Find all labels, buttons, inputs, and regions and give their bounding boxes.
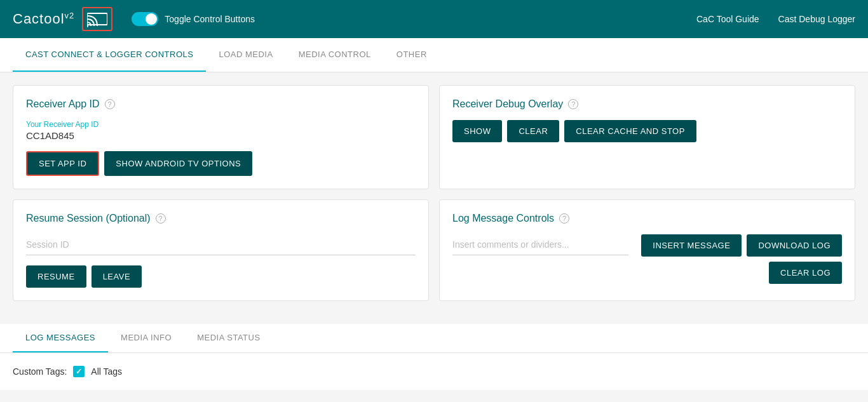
main-content: Receiver App ID ? Your Receiver App ID C… [0,72,868,324]
tab-media-status[interactable]: MEDIA STATUS [184,324,273,352]
all-tags-checkbox[interactable] [73,366,85,377]
log-message-help-icon[interactable]: ? [559,213,569,224]
tab-media-info[interactable]: MEDIA INFO [108,324,184,352]
set-app-id-button[interactable]: SET APP ID [26,151,99,176]
receiver-debug-help-icon[interactable]: ? [568,99,578,109]
app-id-sub-label: Your Receiver App ID [26,120,416,129]
toggle-section: Toggle Control Buttons [132,12,255,26]
tab-load-media[interactable]: LOAD MEDIA [206,38,285,72]
leave-button[interactable]: LEAVE [92,265,142,288]
cast-icon-box[interactable] [82,7,112,31]
custom-tags-row: Custom Tags: All Tags [13,366,855,377]
header-nav: CaC Tool Guide Cast Debug Logger [696,14,855,24]
log-input-section [452,234,628,265]
tab-cast-connect[interactable]: CAST CONNECT & LOGGER CONTROLS [13,38,206,72]
tab-media-control[interactable]: MEDIA CONTROL [286,38,384,72]
cac-tool-guide-link[interactable]: CaC Tool Guide [696,14,759,24]
receiver-debug-card: Receiver Debug Overlay ? SHOW CLEAR CLEA… [439,85,855,189]
insert-message-button[interactable]: INSERT MESSAGE [641,234,742,257]
logo: Cactoolv2 [13,7,112,31]
session-id-input[interactable] [26,234,416,255]
receiver-debug-buttons: SHOW CLEAR CLEAR CACHE AND STOP [452,120,842,142]
clear-cache-stop-button[interactable]: CLEAR CACHE AND STOP [564,120,696,142]
log-btn-row-1: INSERT MESSAGE DOWNLOAD LOG [641,234,842,257]
download-log-button[interactable]: DOWNLOAD LOG [747,234,842,257]
resume-session-title: Resume Session (Optional) ? [26,213,416,224]
cast-icon [87,11,107,27]
resume-session-card: Resume Session (Optional) ? RESUME LEAVE [13,199,429,301]
toggle-knob [146,13,157,25]
tab-other[interactable]: OTHER [384,38,440,72]
resume-button[interactable]: RESUME [26,265,86,288]
show-android-tv-options-button[interactable]: SHOW ANDROID TV OPTIONS [104,151,252,176]
cast-debug-logger-link[interactable]: Cast Debug Logger [778,14,855,24]
clear-log-button[interactable]: CLEAR LOG [769,262,842,284]
toggle-label: Toggle Control Buttons [165,14,255,24]
app-header: Cactoolv2 Toggle Control Buttons CaC Too… [0,0,868,38]
app-id-value: CC1AD845 [26,130,416,141]
bottom-tab-nav: LOG MESSAGES MEDIA INFO MEDIA STATUS [0,324,868,353]
custom-tags-label: Custom Tags: [13,366,67,377]
bottom-content: Custom Tags: All Tags [0,353,868,390]
log-buttons: INSERT MESSAGE DOWNLOAD LOG CLEAR LOG [641,234,842,284]
log-message-controls-card: Log Message Controls ? INSERT MESSAGE DO… [439,199,855,301]
cards-grid: Receiver App ID ? Your Receiver App ID C… [13,85,855,301]
all-tags-label: All Tags [91,366,122,377]
log-btn-row-2: CLEAR LOG [769,262,842,284]
receiver-debug-title: Receiver Debug Overlay ? [452,98,842,110]
log-message-title: Log Message Controls ? [452,213,842,224]
toggle-switch[interactable] [132,12,158,26]
tab-log-messages[interactable]: LOG MESSAGES [13,324,108,352]
log-comment-input[interactable] [452,234,628,255]
receiver-app-id-card: Receiver App ID ? Your Receiver App ID C… [13,85,429,189]
receiver-app-id-buttons: SET APP ID SHOW ANDROID TV OPTIONS [26,151,416,176]
clear-debug-button[interactable]: CLEAR [507,120,559,142]
resume-session-help-icon[interactable]: ? [156,213,166,224]
receiver-app-id-title: Receiver App ID ? [26,98,416,110]
receiver-app-id-help-icon[interactable]: ? [105,99,115,109]
session-buttons: RESUME LEAVE [26,265,416,288]
log-card-inner: INSERT MESSAGE DOWNLOAD LOG CLEAR LOG [452,234,842,284]
main-tab-nav: CAST CONNECT & LOGGER CONTROLS LOAD MEDI… [0,38,868,72]
logo-text: Cactoolv2 [13,11,74,27]
show-debug-button[interactable]: SHOW [452,120,502,142]
